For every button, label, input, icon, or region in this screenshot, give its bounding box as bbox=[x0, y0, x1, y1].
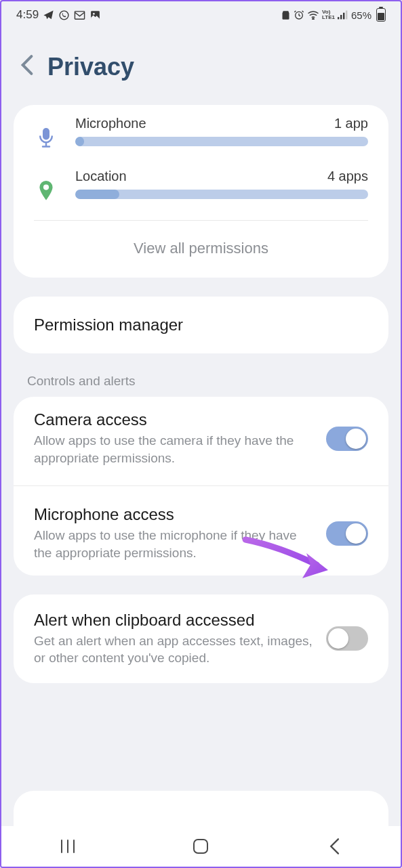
permission-manager-card[interactable]: Permission manager bbox=[14, 297, 388, 353]
svg-point-0 bbox=[60, 11, 68, 20]
clipboard-title: Alert when clipboard accessed bbox=[34, 611, 317, 630]
back-nav-button[interactable] bbox=[310, 838, 358, 855]
camera-desc: Allow apps to use the camera if they hav… bbox=[34, 432, 317, 466]
svg-rect-9 bbox=[346, 11, 347, 20]
camera-access-row[interactable]: Camera access Allow apps to use the came… bbox=[14, 397, 388, 480]
next-card-peek bbox=[14, 791, 388, 826]
view-all-permissions-button[interactable]: View all permissions bbox=[14, 221, 388, 278]
svg-rect-6 bbox=[338, 17, 339, 19]
signal-icon bbox=[338, 10, 348, 20]
camera-title: Camera access bbox=[34, 410, 317, 429]
microphone-desc: Allow apps to use the microphone if they… bbox=[34, 527, 317, 561]
location-count: 4 apps bbox=[327, 169, 368, 184]
recents-button[interactable] bbox=[44, 838, 92, 854]
svg-point-11 bbox=[43, 184, 49, 190]
svg-rect-8 bbox=[343, 13, 344, 20]
microphone-access-row[interactable]: Microphone access Allow apps to use the … bbox=[14, 492, 388, 575]
back-button[interactable] bbox=[20, 54, 34, 81]
divider bbox=[14, 485, 388, 486]
alarm-icon bbox=[294, 9, 304, 20]
clipboard-desc: Get an alert when an app accesses text, … bbox=[34, 632, 317, 667]
location-icon bbox=[34, 169, 58, 201]
wifi-icon bbox=[307, 10, 319, 20]
microphone-permission-row[interactable]: Microphone 1 app bbox=[14, 108, 388, 160]
clipboard-alert-row[interactable]: Alert when clipboard accessed Get an ale… bbox=[14, 594, 388, 683]
location-bar bbox=[75, 190, 368, 199]
status-bar: 4:59 Vo)LTE1 65% bbox=[1, 1, 401, 26]
gmail-icon bbox=[74, 10, 85, 20]
svg-rect-15 bbox=[194, 840, 207, 853]
controls-card: Camera access Allow apps to use the came… bbox=[14, 397, 388, 576]
telegram-icon bbox=[43, 9, 54, 21]
svg-point-5 bbox=[313, 18, 314, 20]
location-permission-row[interactable]: Location 4 apps bbox=[14, 160, 388, 213]
permission-manager-label: Permission manager bbox=[14, 297, 388, 353]
page-header: Privacy bbox=[1, 26, 401, 105]
svg-point-3 bbox=[93, 12, 95, 14]
whatsapp-icon bbox=[58, 9, 70, 21]
svg-rect-7 bbox=[340, 15, 342, 19]
battery-pct: 65% bbox=[351, 9, 371, 21]
gallery-icon bbox=[89, 9, 101, 21]
microphone-icon bbox=[34, 116, 58, 148]
svg-rect-1 bbox=[75, 11, 85, 18]
microphone-toggle[interactable] bbox=[326, 521, 368, 546]
volte-icon: Vo)LTE1 bbox=[322, 9, 335, 20]
page-title: Privacy bbox=[47, 53, 134, 81]
microphone-label: Microphone bbox=[75, 116, 146, 131]
permissions-card: Microphone 1 app Location 4 apps View al… bbox=[14, 105, 388, 278]
home-button[interactable] bbox=[177, 838, 224, 855]
battery-icon bbox=[376, 8, 386, 22]
clipboard-card: Alert when clipboard accessed Get an ale… bbox=[14, 594, 388, 683]
section-label: Controls and alerts bbox=[1, 353, 401, 397]
microphone-bar bbox=[75, 137, 368, 146]
svg-rect-10 bbox=[43, 128, 49, 140]
navigation-bar bbox=[1, 826, 401, 867]
status-time: 4:59 bbox=[16, 8, 39, 22]
clipboard-toggle[interactable] bbox=[326, 626, 368, 651]
microphone-title: Microphone access bbox=[34, 505, 317, 524]
location-label: Location bbox=[75, 169, 127, 184]
store-icon bbox=[281, 10, 291, 20]
microphone-count: 1 app bbox=[334, 116, 368, 131]
camera-toggle[interactable] bbox=[326, 427, 368, 451]
